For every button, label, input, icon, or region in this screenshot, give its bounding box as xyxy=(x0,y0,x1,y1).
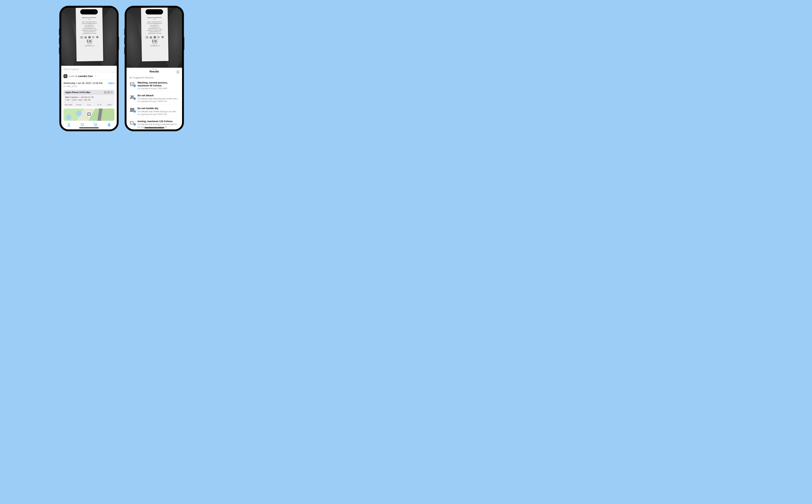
caption-input[interactable]: Add a Caption xyxy=(61,66,117,73)
lens-info: Main Camera — 24 mm ƒ1.78 xyxy=(65,96,113,98)
phone-mockup-left: 89644 Kiruna Padded Parka W Made in Viet… xyxy=(60,6,118,131)
sheet-title: Results xyxy=(150,70,159,73)
tag-eac: EAC xyxy=(77,38,102,44)
raw-target-icon xyxy=(111,91,113,93)
tag-url: www.fjallraven.com xyxy=(78,45,102,47)
device-name: Apple iPhone 14 Pro Max xyxy=(65,91,90,94)
tag-product: 89644 Kiruna Padded Parka xyxy=(77,17,101,19)
screen-left: 89644 Kiruna Padded Parka W Made in Viet… xyxy=(61,8,117,129)
svg-point-3 xyxy=(93,37,93,37)
info-panel: Add a Caption + Look Up Laundry Care Wed… xyxy=(61,66,117,121)
chevron-right-icon xyxy=(95,75,96,78)
result-title: Do not bleach xyxy=(138,94,179,97)
map-pin xyxy=(87,112,91,117)
exif-focal: 24 mm xyxy=(74,103,84,107)
tag-product-sub: W xyxy=(77,18,101,20)
photo-date: Wednesday • Jun 28, 2023 • 12:06 PM xyxy=(63,82,102,84)
home-indicator[interactable] xyxy=(145,127,164,128)
sheet-grabber[interactable] xyxy=(151,69,157,69)
plus-icon: + xyxy=(112,71,114,74)
metadata-block: Wednesday • Jun 28, 2023 • 12:06 PM Adju… xyxy=(61,80,117,89)
favorite-button[interactable] xyxy=(78,122,86,128)
icloud-icon xyxy=(63,85,66,87)
section-header: Siri Suggested Websites xyxy=(127,75,182,80)
result-icon xyxy=(129,120,135,125)
safari-badge-icon xyxy=(133,110,136,113)
adjust-button[interactable]: Adjust xyxy=(108,82,114,84)
lookup-category-icon xyxy=(63,74,67,78)
location-map[interactable] xyxy=(63,108,114,121)
device-card: Apple iPhone 14 Pro Max HEIF Main Camera… xyxy=(63,90,114,107)
sparkle-icon: ✦ xyxy=(93,121,95,123)
svg-point-9 xyxy=(158,37,159,37)
exif-aperture: ƒ1.78 xyxy=(94,103,104,107)
result-icon xyxy=(129,94,135,99)
result-icon xyxy=(129,107,135,112)
share-button[interactable] xyxy=(65,122,73,128)
results-sheet: Results Siri Suggested Websites Washing,… xyxy=(127,69,182,129)
result-url: iso.org/obp/ui#iso:grs:7000:3109 xyxy=(138,113,179,115)
result-title: Ironing, maximum 110 Celsius xyxy=(138,120,179,123)
filename: IMG_3110 xyxy=(67,85,77,88)
exif-iso: ISO 1000 xyxy=(63,103,74,107)
file-specs: 1 MP•1543 × 868•992 KB xyxy=(65,99,113,101)
result-item[interactable]: Washing, normal process, maximum 40 Cels… xyxy=(127,80,182,93)
photo-viewer[interactable]: 89644 Kiruna Padded Parka W Made in Viet… xyxy=(61,8,117,66)
dynamic-island xyxy=(146,9,163,14)
tag-care-symbols: 40 xyxy=(77,36,101,38)
heif-badge: HEIF xyxy=(104,91,110,93)
phone-mockup-right: 89644 Kiruna Padded Parka W Made in Viet… xyxy=(125,6,184,131)
exif-shutter: 1/48 s xyxy=(104,103,114,107)
delete-button[interactable] xyxy=(105,122,113,128)
photo-viewer[interactable]: 89644 Kiruna Padded Parka W Made in Viet… xyxy=(127,8,182,68)
svg-text:40: 40 xyxy=(81,37,82,38)
exif-strip: ISO 1000 24 mm 0 ev ƒ1.78 1/48 s xyxy=(63,102,114,107)
safari-badge-icon xyxy=(133,84,136,87)
dynamic-island xyxy=(80,9,98,14)
result-url: iso.org/obp/ui#iso:grs:7000:3089 xyxy=(138,87,179,90)
clothing-tag: 89644 Kiruna Padded Parka W Made in Viet… xyxy=(141,8,169,61)
screen-right: 89644 Kiruna Padded Parka W Made in Viet… xyxy=(127,8,182,129)
safari-badge-icon xyxy=(133,97,136,100)
exif-ev: 0 ev xyxy=(84,103,94,107)
lookup-row[interactable]: + Look Up Laundry Care xyxy=(61,73,117,80)
svg-text:40: 40 xyxy=(146,37,147,38)
result-title: Do not tumble dry xyxy=(138,107,179,110)
result-description: To indicate that tumble drying is not al… xyxy=(138,110,179,113)
home-indicator[interactable] xyxy=(79,127,99,128)
map-road xyxy=(97,108,103,121)
result-item[interactable]: Do not bleach To indicate that bleaching… xyxy=(127,93,182,106)
lookup-text: Look Up Laundry Care xyxy=(69,75,93,77)
result-icon xyxy=(129,81,135,86)
info-button[interactable]: ✦ xyxy=(92,122,100,128)
close-button[interactable] xyxy=(176,70,180,74)
result-title: Washing, normal process, maximum 40 Cels… xyxy=(138,81,179,87)
safari-badge-icon xyxy=(133,123,136,126)
result-description: To indicate that ironing is allowed with… xyxy=(138,123,179,126)
result-description: To indicate that bleaching the textile a… xyxy=(138,97,179,100)
result-url: iso.org/obp/ui#iso:grs:7000:3124 xyxy=(138,100,179,102)
result-item[interactable]: Do not tumble dry To indicate that tumbl… xyxy=(127,106,182,118)
clothing-tag: 89644 Kiruna Padded Parka W Made in Viet… xyxy=(76,8,103,61)
